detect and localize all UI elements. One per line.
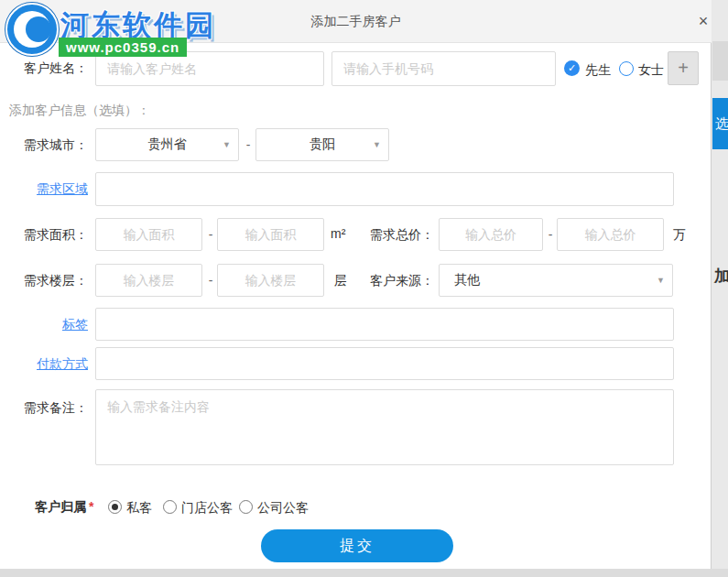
price-max-input[interactable] [557, 218, 664, 251]
city-value: 贵阳 [310, 136, 335, 153]
gender-male-radio[interactable]: ✓ [564, 60, 580, 76]
optional-info-section-label: 添加客户信息（选填）： [9, 103, 150, 119]
background-page-strip [712, 0, 728, 577]
ownership-company-public-label: 公司公客 [257, 499, 309, 516]
customer-name-label: 客户姓名： [0, 60, 88, 77]
demand-region-input[interactable] [95, 172, 674, 206]
add-more-button[interactable]: + [668, 51, 699, 85]
customer-ownership-label-text: 客户归属 [35, 499, 86, 514]
site-logo-swirl-inner [26, 16, 51, 42]
customer-source-value: 其他 [454, 272, 480, 288]
payment-method-link[interactable]: 付款方式 [0, 356, 88, 373]
area-unit: m² [331, 226, 345, 241]
ownership-company-public-radio[interactable] [239, 500, 253, 514]
required-asterisk: * [89, 499, 93, 514]
demand-area-label: 需求面积： [0, 227, 88, 244]
site-url-watermark: www.pc0359.cn [59, 38, 187, 57]
demand-region-link[interactable]: 需求区域 [0, 181, 88, 198]
tags-link[interactable]: 标签 [0, 317, 88, 333]
price-unit: 万 [673, 227, 686, 244]
floor-min-input[interactable] [95, 264, 202, 297]
submit-button[interactable]: 提交 [261, 529, 453, 562]
province-value: 贵州省 [148, 136, 187, 153]
demand-price-label: 需求总价： [370, 227, 434, 244]
background-blue-button-fragment: 选 [712, 98, 728, 149]
background-bottom-bar [0, 569, 728, 577]
price-separator: - [545, 227, 556, 242]
customer-phone-input[interactable] [331, 51, 556, 86]
ownership-store-public-radio[interactable] [163, 500, 177, 514]
area-max-input[interactable] [217, 218, 324, 251]
demand-remark-label: 需求备注： [0, 400, 88, 417]
province-select[interactable]: 贵州省 ▼ [95, 128, 239, 161]
ownership-private-label: 私客 [126, 499, 152, 516]
chevron-down-icon: ▼ [223, 140, 231, 149]
add-secondhand-customer-dialog: 添加二手房客户 × 客户姓名： ✓ 先生 女士 + 添加客户信息（选填）： 需求… [0, 0, 712, 569]
payment-method-input[interactable] [95, 347, 674, 380]
chevron-down-icon: ▼ [373, 140, 381, 149]
close-icon[interactable]: × [687, 0, 720, 43]
customer-source-label: 客户来源： [370, 273, 434, 289]
site-logo-icon [5, 3, 59, 56]
demand-city-label: 需求城市： [0, 137, 88, 154]
add-customer-dialog-page: 选 加 添加二手房客户 × 客户姓名： ✓ 先生 女士 + 添加客户信息（选填）… [0, 0, 728, 577]
price-min-input[interactable] [439, 218, 543, 251]
ownership-store-public-label: 门店公客 [181, 499, 233, 516]
customer-source-select[interactable]: 其他 ▼ [439, 264, 673, 297]
area-min-input[interactable] [95, 218, 202, 251]
chevron-down-icon: ▼ [657, 276, 665, 285]
gender-female-label: 女士 [638, 61, 664, 78]
gender-male-label: 先生 [585, 61, 611, 78]
gender-female-radio[interactable] [619, 61, 634, 76]
ownership-private-radio[interactable] [108, 500, 122, 514]
customer-ownership-label: 客户归属* [35, 499, 93, 516]
area-separator: - [205, 227, 216, 242]
floor-unit: 层 [334, 273, 347, 289]
floor-max-input[interactable] [217, 264, 324, 297]
floor-separator: - [205, 273, 216, 288]
background-gray-fragment [712, 41, 728, 81]
tags-input[interactable] [95, 308, 674, 341]
demand-floor-label: 需求楼层： [0, 273, 88, 289]
city-separator: - [243, 137, 254, 152]
city-select[interactable]: 贵阳 ▼ [255, 128, 389, 161]
background-text-fragment: 加 [714, 266, 728, 287]
background-blue-text: 选 [715, 115, 728, 133]
demand-remark-textarea[interactable] [95, 389, 674, 465]
check-icon: ✓ [568, 62, 576, 73]
